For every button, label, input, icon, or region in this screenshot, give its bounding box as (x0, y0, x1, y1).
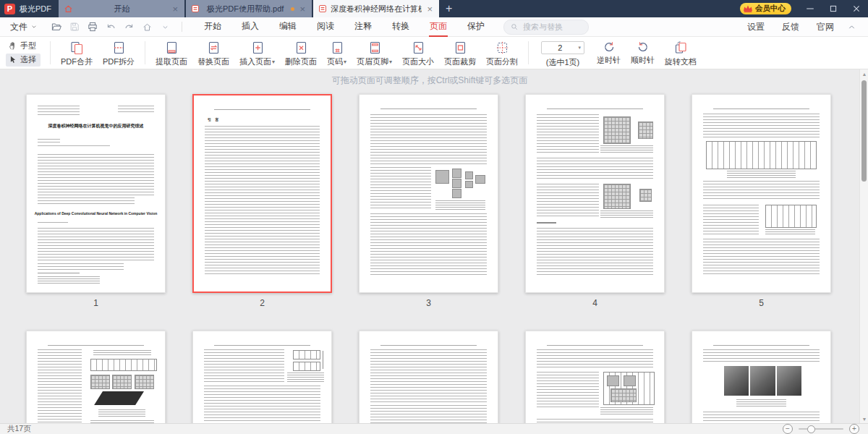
document-tab-2[interactable]: 极光PDF使用帮助.pdf× (186, 0, 312, 17)
page-number-button[interactable]: 页码▾ (322, 38, 352, 67)
menu-right-actions: 设置反馈官网 (747, 21, 868, 33)
pdf-split-button[interactable]: PDF拆分 (98, 38, 140, 67)
home-button[interactable] (140, 20, 153, 33)
page-thumbnail-3[interactable]: 3 (359, 94, 498, 312)
scroll-down-icon[interactable]: ▼ (860, 414, 868, 423)
thumbnail-canvas[interactable]: 可拖动页面可调整顺序，按Ctrl或Shift键可多选页面 深度卷积神经网络在计算… (0, 69, 859, 423)
header-rule (214, 345, 311, 346)
zoom-control: − + (783, 424, 868, 434)
ribbon-tab-注释[interactable]: 注释 (344, 17, 382, 36)
ribbon-tab-页面[interactable]: 页面 (420, 17, 457, 36)
ribbon-tab-开始[interactable]: 开始 (194, 17, 231, 36)
pdf-merge-button[interactable]: PDF合并 (56, 38, 98, 67)
page-thumbnail-5[interactable]: 5 (692, 94, 831, 312)
header-footer-button[interactable]: 页眉页脚▾ (352, 38, 397, 67)
more-button[interactable] (158, 20, 171, 33)
page-thumbnail-9[interactable]: 9 (525, 331, 665, 423)
vertical-scrollbar[interactable]: ▲ ▼ (859, 69, 868, 423)
text-lines (537, 349, 652, 370)
page-4-preview[interactable] (525, 94, 665, 293)
delete-pages-button[interactable]: 删除页面 (280, 38, 322, 67)
page-9-preview[interactable] (525, 331, 665, 423)
ribbon-tab-转换[interactable]: 转换 (382, 17, 420, 36)
close-button[interactable] (845, 0, 868, 17)
zoom-in-button[interactable]: + (849, 424, 859, 434)
vip-member-button[interactable]: 会员中心 (740, 3, 791, 14)
zoom-slider-handle[interactable] (807, 425, 815, 433)
maximize-button[interactable] (822, 0, 845, 17)
page-number-spinner[interactable]: 2▾ (541, 41, 584, 54)
page-crop-button[interactable]: 页面裁剪 (439, 38, 481, 67)
search-box[interactable] (503, 20, 589, 35)
zoom-out-button[interactable]: − (783, 424, 793, 434)
crown-icon (743, 4, 753, 13)
page-divide-button[interactable]: 页面分割 (481, 38, 523, 67)
hand-tool-button[interactable]: 手型 (6, 40, 41, 53)
page-2-preview[interactable]: 引 言 (192, 94, 332, 293)
rotate-ccw-button[interactable]: 逆时针 (592, 38, 626, 66)
text-lines (38, 145, 109, 148)
replace-pages-button[interactable]: 替换页面 (192, 38, 234, 67)
pdf-file-icon (191, 4, 200, 13)
page-thumbnail-8[interactable]: 8 (359, 331, 498, 423)
page-thumbnail-4[interactable]: 4 (525, 94, 665, 312)
menu-action-官网[interactable]: 官网 (817, 21, 834, 33)
page-thumbnail-10[interactable]: 10 (692, 331, 831, 423)
page-thumbnail-6[interactable]: 6 (26, 331, 166, 423)
new-tab-button[interactable]: + (439, 0, 459, 17)
page-3-preview[interactable] (359, 94, 498, 293)
rotate-document-button[interactable]: 旋转文档 (660, 38, 702, 67)
collapse-ribbon-icon[interactable] (847, 22, 856, 32)
select-tool-button[interactable]: 选择 (6, 54, 41, 67)
menu-action-反馈[interactable]: 反馈 (782, 21, 799, 33)
toolbar-button-label: 页面裁剪 (444, 56, 476, 67)
page-8-preview[interactable] (359, 331, 498, 423)
figure-box (293, 362, 320, 371)
undo-button[interactable] (104, 20, 117, 33)
tab-close-icon[interactable]: × (298, 4, 307, 14)
scroll-up-icon[interactable]: ▲ (860, 69, 868, 78)
page-thumbnail-7[interactable]: 7 (192, 331, 332, 423)
file-menu-button[interactable]: 文件 (0, 21, 46, 33)
ribbon-tab-插入[interactable]: 插入 (231, 17, 269, 36)
page-10-preview[interactable] (692, 331, 831, 423)
ribbon-tab-label: 转换 (391, 17, 410, 37)
figure-box (293, 350, 320, 359)
zoom-slider[interactable] (799, 428, 843, 430)
search-input[interactable] (522, 22, 582, 32)
redo-button[interactable] (122, 20, 135, 33)
page-6-preview[interactable] (26, 331, 166, 423)
toolbar-button-label: 旋转文档 (665, 56, 697, 67)
page-size-button[interactable]: 页面大小 (397, 38, 439, 67)
ribbon-tab-编辑[interactable]: 编辑 (269, 17, 307, 36)
print-button[interactable] (86, 20, 99, 33)
text-lines (38, 154, 153, 195)
page-5-preview[interactable] (692, 94, 831, 293)
tool-label: 手型 (20, 41, 36, 51)
figure-block (607, 375, 619, 386)
document-tab-3[interactable]: 深度卷积神经网络在计算机...× (313, 0, 439, 17)
page-7-preview[interactable] (192, 331, 332, 423)
page-thumbnail-1[interactable]: 深度卷积神经网络在计算机视觉中的应用研究综述Applications of De… (26, 94, 166, 312)
ribbon-tab-阅读[interactable]: 阅读 (307, 17, 344, 36)
page-decoration (323, 351, 323, 369)
save-button[interactable] (68, 20, 81, 33)
tab-close-icon[interactable]: × (425, 4, 434, 14)
toolbar-group-2: 提取页面替换页面插入页面▾删除页面页码▾页眉页脚▾页面大小页面裁剪页面分割 (150, 38, 523, 67)
drag-hint-text: 可拖动页面可调整顺序，按Ctrl或Shift键可多选页面 (0, 75, 859, 87)
tab-close-icon[interactable]: × (171, 4, 179, 14)
open-file-button[interactable] (50, 20, 63, 33)
scrollbar-thumb[interactable] (861, 80, 867, 182)
menu-action-设置[interactable]: 设置 (747, 21, 765, 33)
rotate-cw-button[interactable]: 顺时针 (626, 38, 660, 66)
document-tab-1[interactable]: 开始× (59, 0, 184, 17)
figure-box (765, 205, 817, 228)
toolbar-button-label: PDF合并 (61, 56, 93, 67)
insert-pages-button[interactable]: 插入页面▾ (234, 38, 280, 67)
page-1-preview[interactable]: 深度卷积神经网络在计算机视觉中的应用研究综述Applications of De… (26, 94, 166, 293)
page-thumbnail-2[interactable]: 引 言2 (192, 94, 332, 312)
ribbon-tab-保护[interactable]: 保护 (457, 17, 495, 36)
extract-pages-button[interactable]: 提取页面 (150, 38, 192, 67)
text-lines (38, 197, 135, 206)
minimize-button[interactable] (799, 0, 822, 17)
